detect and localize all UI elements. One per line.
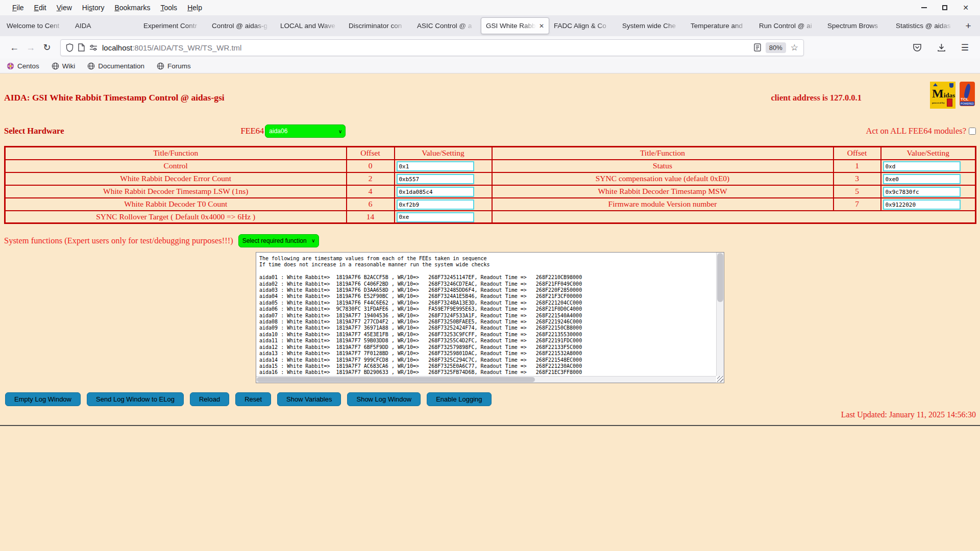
show-variables-button[interactable]: Show Variables	[277, 392, 341, 406]
pocket-icon[interactable]	[913, 43, 922, 52]
send-log-window-to-elog-button[interactable]: Send Log Window to ELog	[87, 392, 184, 406]
download-icon[interactable]	[937, 43, 946, 52]
bookmark-star-icon[interactable]: ☆	[791, 42, 798, 53]
menu-edit[interactable]: Edit	[29, 2, 52, 14]
bookmark-centos[interactable]: Centos	[7, 62, 39, 70]
tab-label: Discriminator con	[349, 22, 408, 30]
tab-asic-control-a[interactable]: ASIC Control @ a	[412, 17, 481, 34]
register-title-white-rabbit-decoder-t0-count: White Rabbit Decoder T0 Count	[5, 198, 347, 211]
value-input-firmware-module-version-number[interactable]	[883, 199, 961, 210]
table-row: White Rabbit Decoder Error Count2SYNC co…	[5, 172, 976, 185]
column-header-offset: Offset	[347, 147, 395, 160]
tab-control-aidas-g[interactable]: Control @ aidas-g	[207, 17, 276, 34]
centos-icon	[7, 62, 14, 70]
register-table: Title/FunctionOffsetValue/SettingTitle/F…	[4, 146, 976, 224]
show-log-window-button[interactable]: Show Log Window	[347, 392, 421, 406]
tcl-logo-text: TCL	[961, 97, 969, 102]
menu-help[interactable]: Help	[182, 2, 207, 14]
register-offset: 2	[347, 172, 395, 185]
reload-icon[interactable]: ↻	[39, 42, 55, 53]
close-icon[interactable]: ✕	[963, 4, 969, 11]
register-value-cell	[881, 172, 976, 185]
menu-bookmarks[interactable]: Bookmarks	[109, 2, 155, 14]
value-input-control[interactable]	[397, 161, 474, 171]
permissions-icon[interactable]	[89, 44, 97, 51]
tcl-logo: TCL POWERED	[960, 82, 975, 106]
menu-tools[interactable]: Tools	[155, 2, 182, 14]
menu-bar: FileEditViewHistoryBookmarksToolsHelp ✕	[0, 0, 980, 15]
menu-hamburger-icon[interactable]: ☰	[961, 42, 969, 53]
back-icon[interactable]: ←	[6, 42, 22, 53]
register-title-sync-rollover-target-default-0x4000-6hz: SYNC Rollover Target ( Default 0x4000 =>…	[5, 211, 347, 223]
value-input-white-rabbit-decoder-timestamp-lsw-1ns[interactable]	[397, 187, 474, 197]
log-textarea[interactable]: The following are timestamp values from …	[256, 252, 724, 383]
reader-mode-icon[interactable]	[754, 43, 761, 52]
navigation-bar: ← → ↻ localhost:8015/AIDA/TS_WR/TS_WR.tm…	[0, 36, 980, 59]
shield-icon[interactable]	[66, 43, 74, 52]
value-input-sync-rollover-target-default-0x4000-6hz[interactable]	[397, 212, 474, 222]
log-window: The following are timestamp values from …	[256, 252, 724, 383]
value-input-white-rabbit-decoder-timestamp-msw[interactable]	[883, 187, 961, 197]
table-row: White Rabbit Decoder Timestamp LSW (1ns)…	[5, 185, 976, 198]
horizontal-scrollbar[interactable]	[256, 376, 716, 383]
fee64-select[interactable]: aida06 ∨	[265, 124, 346, 138]
register-title-control: Control	[5, 160, 347, 172]
resize-grip-icon[interactable]	[717, 376, 723, 382]
value-input-sync-compensation-value-default-0xe0[interactable]	[883, 174, 961, 184]
value-input-white-rabbit-decoder-error-count[interactable]	[397, 174, 474, 184]
tab-label: LOCAL and Wave	[280, 22, 339, 30]
reload-button[interactable]: Reload	[190, 392, 229, 406]
maximize-icon[interactable]	[942, 5, 947, 10]
register-value-cell	[881, 185, 976, 198]
zoom-level-badge[interactable]: 80%	[766, 42, 786, 53]
reset-button[interactable]: Reset	[235, 392, 271, 406]
url-domain: localhost	[102, 43, 132, 52]
page-header: AIDA: GSI White Rabbit Timestamp Control…	[0, 73, 980, 103]
bookmark-wiki[interactable]: Wiki	[52, 62, 76, 70]
tab-experiment-contr[interactable]: Experiment Contr	[139, 17, 207, 34]
horizontal-scrollbar-thumb[interactable]	[257, 377, 535, 382]
new-tab-button[interactable]: +	[960, 20, 977, 32]
menu-view[interactable]: View	[52, 2, 77, 14]
menu-file[interactable]: File	[7, 2, 29, 14]
system-functions-select[interactable]: Select required function ∨	[238, 234, 319, 247]
tab-label: Temperature and	[691, 22, 750, 30]
value-input-white-rabbit-decoder-t0-count[interactable]	[397, 199, 474, 210]
chevron-down-icon: ∨	[311, 238, 315, 243]
tab-welcome-to-cent[interactable]: Welcome to Cent	[2, 17, 70, 34]
tab-gsi-white-rabb[interactable]: GSI White Rabb✕	[481, 17, 549, 34]
table-row: SYNC Rollover Target ( Default 0x4000 =>…	[5, 211, 976, 223]
tab-label: ASIC Control @ a	[417, 22, 476, 30]
enable-logging-button[interactable]: Enable Logging	[427, 392, 491, 406]
tab-statistics-aidas[interactable]: Statistics @ aidas	[891, 17, 960, 34]
register-title-sync-compensation-value-default-0xe0: SYNC compensation value (default 0xE0)	[492, 172, 834, 185]
register-offset: 5	[834, 185, 881, 198]
vertical-scrollbar[interactable]	[716, 253, 724, 376]
tab-local-and-wave[interactable]: LOCAL and Wave	[276, 17, 344, 34]
tab-label: GSI White Rabb	[486, 22, 537, 30]
bookmark-documentation[interactable]: Documentation	[87, 62, 144, 70]
bookmark-forums[interactable]: Forums	[157, 62, 191, 70]
url-text[interactable]: localhost:8015/AIDA/TS_WR/TS_WR.tml	[102, 43, 749, 52]
page-info-icon[interactable]	[78, 43, 85, 52]
tab-run-control-ai[interactable]: Run Control @ ai	[754, 17, 823, 34]
register-offset: 1	[834, 160, 881, 172]
tab-close-icon[interactable]: ✕	[539, 22, 544, 30]
url-bar[interactable]: localhost:8015/AIDA/TS_WR/TS_WR.tml 80% …	[60, 39, 804, 56]
tab-aida[interactable]: AIDA	[70, 17, 139, 34]
menu-history[interactable]: History	[77, 2, 110, 14]
tab-spectrum-brows[interactable]: Spectrum Brows	[823, 17, 891, 34]
register-value-cell	[881, 160, 976, 172]
act-on-all-checkbox[interactable]	[969, 128, 976, 135]
select-hardware-label: Select Hardware	[4, 126, 64, 136]
forward-icon[interactable]: →	[22, 42, 39, 53]
tab-system-wide-che[interactable]: System wide Che	[618, 17, 686, 34]
value-input-status[interactable]	[883, 161, 961, 171]
tab-fadc-align-co[interactable]: FADC Align & Co	[549, 17, 618, 34]
register-offset: 4	[347, 185, 395, 198]
empty-log-window-button[interactable]: Empty Log Window	[5, 392, 81, 406]
tab-discriminator-con[interactable]: Discriminator con	[344, 17, 412, 34]
minimize-icon[interactable]	[921, 7, 927, 8]
vertical-scrollbar-thumb[interactable]	[717, 253, 723, 302]
tab-temperature-and[interactable]: Temperature and	[686, 17, 754, 34]
